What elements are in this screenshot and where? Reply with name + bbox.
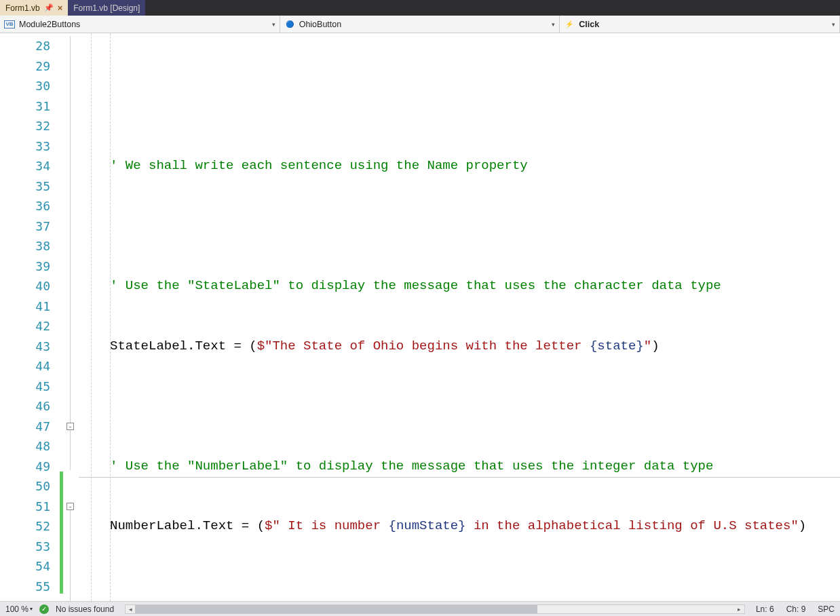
event-name: Click [579, 20, 832, 29]
line-number: 48 [0, 436, 50, 457]
object-icon: 🔵 [284, 19, 295, 30]
line-number: 43 [0, 336, 50, 357]
line-number: 46 [0, 396, 50, 417]
line-number: 50 [0, 476, 50, 497]
module-name: Module2Buttons [19, 20, 272, 29]
line-number: 42 [0, 316, 50, 336]
code-text: ' Use the "StateLabel" to display the me… [110, 278, 721, 293]
line-number: 55 [0, 577, 50, 597]
collapse-toggle[interactable]: - [66, 423, 74, 430]
line-number: 35 [0, 176, 50, 197]
outline-guide [70, 510, 71, 601]
line-number: 41 [0, 296, 50, 317]
chevron-down-icon: ▾ [552, 21, 555, 28]
line-number: 28 [0, 36, 50, 56]
line-number: 53 [0, 537, 50, 557]
zoom-value: 100 % [5, 604, 28, 614]
code-area[interactable]: ' We shall write each sentence using the… [79, 33, 840, 601]
chevron-down-icon: ▾ [832, 21, 835, 28]
line-number: 29 [0, 56, 50, 77]
line-number: 47 [0, 417, 50, 437]
outlining-margin: - - [64, 33, 79, 601]
line-number: 40 [0, 276, 50, 296]
event-selector[interactable]: ⚡ Click ▾ [560, 16, 840, 33]
tab-label: Form1.vb [Design] [73, 3, 140, 13]
line-number: 44 [0, 356, 50, 377]
code-editor[interactable]: 2829303132333435363738394041424344454647… [0, 33, 840, 601]
object-name: OhioButton [299, 20, 552, 29]
scroll-right-icon[interactable]: ▸ [735, 605, 744, 613]
line-number: 49 [0, 457, 50, 477]
line-number-gutter: 2829303132333435363738394041424344454647… [0, 33, 60, 601]
lightning-icon: ⚡ [564, 19, 575, 30]
code-text: ' Use the "NumberLabel" to display the m… [110, 459, 713, 474]
collapse-toggle[interactable]: - [66, 503, 74, 510]
line-number: 32 [0, 116, 50, 136]
scroll-left-icon[interactable]: ◂ [126, 605, 135, 613]
line-number: 31 [0, 96, 50, 117]
line-number: 52 [0, 516, 50, 537]
col-indicator: Ch: 9 [786, 604, 806, 614]
line-number: 36 [0, 196, 50, 216]
line-number: 45 [0, 377, 50, 397]
tab-form1-vb[interactable]: Form1.vb 📌 × [0, 0, 68, 16]
status-bar: 100 % ▾ ✓ No issues found ◂ ▸ Ln: 6 Ch: … [0, 601, 840, 616]
pin-icon[interactable]: 📌 [44, 3, 54, 12]
change-marker [60, 471, 63, 594]
line-number: 37 [0, 216, 50, 237]
horizontal-scrollbar[interactable]: ◂ ▸ [125, 604, 745, 614]
chevron-down-icon: ▾ [30, 606, 33, 612]
line-number: 51 [0, 497, 50, 517]
vb-module-icon: VB [4, 19, 15, 30]
issues-text: No issues found [56, 604, 114, 614]
object-selector[interactable]: 🔵 OhioButton ▾ [280, 16, 560, 33]
code-text: ' We shall write each sentence using the… [110, 158, 528, 173]
line-number: 38 [0, 236, 50, 256]
code-nav-bar: VB Module2Buttons ▾ 🔵 OhioButton ▾ ⚡ Cli… [0, 16, 840, 33]
document-tabs: Form1.vb 📌 × Form1.vb [Design] [0, 0, 840, 16]
zoom-control[interactable]: 100 % ▾ [5, 604, 33, 614]
chevron-down-icon: ▾ [272, 21, 275, 28]
line-indicator: Ln: 6 [756, 604, 774, 614]
ok-icon: ✓ [39, 604, 49, 614]
line-number: 33 [0, 136, 50, 157]
close-icon[interactable]: × [58, 3, 63, 13]
line-number: 39 [0, 256, 50, 277]
tab-label: Form1.vb [5, 3, 40, 13]
module-selector[interactable]: VB Module2Buttons ▾ [0, 16, 280, 33]
line-number: 30 [0, 76, 50, 96]
line-number: 34 [0, 156, 50, 176]
outline-guide [70, 36, 71, 470]
tab-form1-design[interactable]: Form1.vb [Design] [68, 0, 145, 16]
scroll-thumb[interactable] [135, 605, 537, 613]
line-number: 54 [0, 556, 50, 577]
spacing-mode[interactable]: SPC [818, 604, 835, 614]
